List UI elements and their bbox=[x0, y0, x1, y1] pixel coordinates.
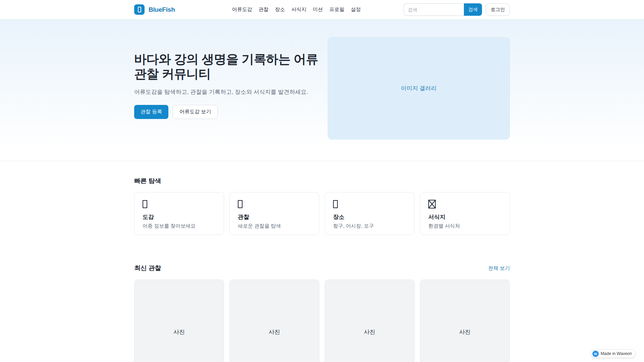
nav-item-habitats[interactable]: 서식지 bbox=[291, 6, 307, 13]
quick-card-desc: 환경별 서식처 bbox=[428, 223, 501, 229]
view-fishbook-button[interactable]: 어류도감 보기 bbox=[173, 105, 218, 119]
quick-card-name: 장소 bbox=[333, 213, 406, 221]
brand-logo[interactable]: BlueFish bbox=[134, 4, 175, 15]
photo-placeholder: 사진 bbox=[230, 280, 319, 362]
fish-placeholder-icon bbox=[138, 7, 141, 12]
latest-observations-grid: 사진 사진 사진 사진 bbox=[134, 280, 510, 362]
nav-item-places[interactable]: 장소 bbox=[275, 6, 285, 13]
photo-label: 사진 bbox=[364, 328, 375, 336]
made-in-waveon-badge[interactable]: w Made in Waveon bbox=[591, 349, 636, 358]
hero-cta-row: 관찰 등록 어류도감 보기 bbox=[134, 105, 327, 119]
quick-card-name: 관찰 bbox=[238, 213, 311, 221]
quick-card-name: 서식지 bbox=[428, 213, 501, 221]
latest-observations-section: 최신 관찰 전체 보기 사진 사진 사진 사진 bbox=[0, 264, 644, 362]
quick-card-habitats[interactable]: 서식지 환경별 서식처 bbox=[420, 192, 510, 235]
quick-card-desc: 항구, 어시장, 포구 bbox=[333, 223, 406, 229]
observation-card[interactable]: 사진 bbox=[134, 280, 224, 362]
nav-item-missions[interactable]: 미션 bbox=[313, 6, 323, 13]
broken-image-glyph-icon bbox=[428, 200, 436, 208]
latest-observations-title: 최신 관찰 bbox=[134, 264, 161, 273]
nav-item-observations[interactable]: 관찰 bbox=[259, 6, 269, 13]
brand-name: BlueFish bbox=[149, 6, 175, 13]
login-button[interactable]: 로그인 bbox=[486, 3, 510, 16]
quick-card-desc: 어종 정보를 찾아보세요 bbox=[143, 223, 216, 229]
observation-card[interactable]: 사진 bbox=[420, 280, 510, 362]
gallery-label: 이미지 갤러리 bbox=[401, 84, 437, 92]
quick-card-name: 도감 bbox=[143, 213, 216, 221]
quick-card-desc: 새로운 관찰을 탐색 bbox=[238, 223, 311, 229]
photo-placeholder: 사진 bbox=[135, 280, 224, 362]
register-observation-button[interactable]: 관찰 등록 bbox=[134, 105, 168, 119]
photo-label: 사진 bbox=[173, 328, 185, 336]
search-input[interactable] bbox=[404, 3, 464, 16]
nav-item-settings[interactable]: 설정 bbox=[351, 6, 361, 13]
waveon-badge-text: Made in Waveon bbox=[601, 351, 632, 356]
photo-label: 사진 bbox=[269, 328, 280, 336]
nav-item-profile[interactable]: 프로필 bbox=[329, 6, 344, 13]
placeholder-glyph-icon bbox=[238, 200, 243, 208]
quick-card-fishbook[interactable]: 도감 어종 정보를 찾아보세요 bbox=[134, 192, 224, 235]
hero-section: 바다와 강의 생명을 기록하는 어류 관찰 커뮤니티 어류도감을 탐색하고, 관… bbox=[0, 19, 644, 161]
hero-subtitle: 어류도감을 탐색하고, 관찰을 기록하고, 장소와 서식지를 발견하세요. bbox=[134, 88, 327, 96]
view-all-link[interactable]: 전체 보기 bbox=[488, 265, 510, 272]
placeholder-glyph-icon bbox=[143, 200, 147, 208]
observation-card[interactable]: 사진 bbox=[229, 280, 319, 362]
nav-item-fishbook[interactable]: 어류도감 bbox=[232, 6, 252, 13]
placeholder-glyph-icon bbox=[333, 200, 338, 208]
waveon-logo-icon: w bbox=[592, 351, 599, 357]
quick-explore-title: 빠른 탐색 bbox=[134, 177, 510, 185]
photo-label: 사진 bbox=[459, 328, 471, 336]
quick-card-observations[interactable]: 관찰 새로운 관찰을 탐색 bbox=[229, 192, 319, 235]
quick-explore-section: 빠른 탐색 도감 어종 정보를 찾아보세요 관찰 새로운 관찰을 탐색 장소 항… bbox=[0, 177, 644, 235]
hero-text-block: 바다와 강의 생명을 기록하는 어류 관찰 커뮤니티 어류도감을 탐색하고, 관… bbox=[134, 37, 327, 119]
image-gallery-placeholder[interactable]: 이미지 갤러리 bbox=[328, 37, 510, 139]
quick-explore-grid: 도감 어종 정보를 찾아보세요 관찰 새로운 관찰을 탐색 장소 항구, 어시장… bbox=[134, 192, 510, 235]
search-group: 검색 로그인 bbox=[404, 3, 510, 16]
search-button[interactable]: 검색 bbox=[464, 3, 482, 16]
photo-placeholder: 사진 bbox=[420, 280, 509, 362]
quick-card-places[interactable]: 장소 항구, 어시장, 포구 bbox=[325, 192, 415, 235]
photo-placeholder: 사진 bbox=[325, 280, 414, 362]
hero-title: 바다와 강의 생명을 기록하는 어류 관찰 커뮤니티 bbox=[134, 52, 327, 82]
logo-icon bbox=[134, 4, 145, 15]
observation-card[interactable]: 사진 bbox=[325, 280, 415, 362]
navbar: BlueFish 어류도감 관찰 장소 서식지 미션 프로필 설정 검색 로그인 bbox=[0, 0, 644, 19]
main-nav: 어류도감 관찰 장소 서식지 미션 프로필 설정 bbox=[232, 6, 361, 13]
